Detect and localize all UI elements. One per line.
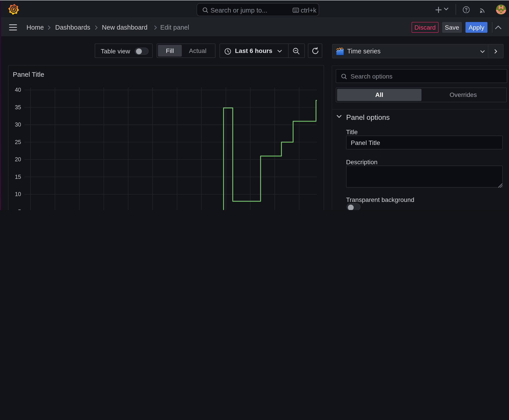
svg-text:5: 5 xyxy=(18,209,21,210)
svg-text:40: 40 xyxy=(15,87,21,93)
svg-text:10: 10 xyxy=(15,191,21,197)
svg-text:35: 35 xyxy=(15,104,21,110)
svg-text:15: 15 xyxy=(15,174,21,180)
svg-text:30: 30 xyxy=(15,121,21,128)
svg-text:25: 25 xyxy=(15,139,21,145)
svg-text:20: 20 xyxy=(15,156,21,162)
